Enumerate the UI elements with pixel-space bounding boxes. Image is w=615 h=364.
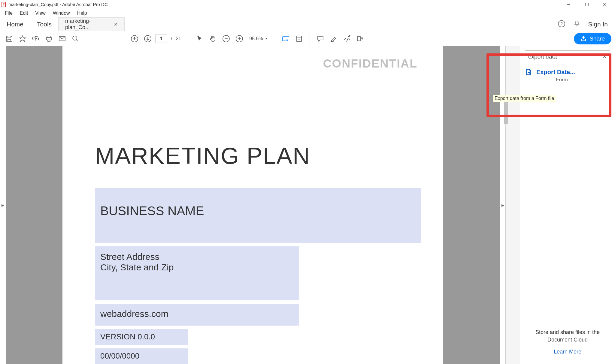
tab-home[interactable]: Home bbox=[0, 17, 30, 31]
page-number-input[interactable] bbox=[155, 35, 167, 43]
share-button[interactable]: Share bbox=[574, 33, 611, 44]
app-icon bbox=[1, 2, 7, 7]
menu-view[interactable]: View bbox=[32, 9, 49, 17]
more-tools-icon[interactable] bbox=[354, 33, 366, 44]
highlight-icon[interactable] bbox=[328, 33, 339, 44]
email-icon[interactable] bbox=[56, 33, 68, 44]
svg-point-8 bbox=[73, 36, 77, 40]
zoom-in-icon[interactable] bbox=[234, 33, 245, 44]
workspace: ▶ CONFIDENTIAL MARKETING PLAN BUSINESS N… bbox=[0, 46, 615, 364]
toolbar: / 21 95.6% ▼ ▾ Share bbox=[0, 31, 615, 46]
tab-document-label: marketing-plan_Co... bbox=[65, 18, 111, 31]
share-icon bbox=[580, 36, 586, 42]
sign-icon[interactable] bbox=[341, 33, 353, 44]
field-business-name[interactable]: BUSINESS NAME bbox=[95, 188, 421, 243]
search-result-label: Export Data... bbox=[536, 69, 575, 76]
clear-search-icon[interactable]: ✕ bbox=[602, 53, 607, 60]
field-date[interactable]: 00/00/0000 bbox=[95, 348, 188, 364]
menu-window[interactable]: Window bbox=[49, 9, 74, 17]
watermark-text: CONFIDENTIAL bbox=[323, 57, 417, 70]
window-controls bbox=[560, 0, 614, 9]
svg-rect-17 bbox=[297, 36, 301, 41]
print-icon[interactable] bbox=[43, 33, 55, 44]
selection-tool-icon[interactable] bbox=[194, 33, 205, 44]
zoom-value: 95.6% bbox=[249, 36, 263, 41]
star-icon[interactable] bbox=[17, 33, 28, 44]
tools-scrollbar-thumb[interactable] bbox=[504, 101, 508, 124]
tab-tools[interactable]: Tools bbox=[30, 17, 59, 31]
search-icon[interactable] bbox=[70, 33, 81, 44]
tooltip-export-data: Export data from a Form file bbox=[492, 95, 556, 102]
zoom-dropdown[interactable]: 95.6% ▼ bbox=[247, 34, 270, 43]
field-version[interactable]: VERSION 0.0.0 bbox=[95, 329, 188, 345]
left-panel-toggle[interactable]: ▶ bbox=[0, 46, 6, 364]
search-result-export-data[interactable]: Export Data... bbox=[520, 66, 615, 77]
fit-width-icon[interactable]: ▾ bbox=[280, 33, 292, 44]
close-window-button[interactable] bbox=[596, 0, 614, 9]
sign-in-link[interactable]: Sign In bbox=[588, 21, 608, 28]
chevron-down-icon: ▼ bbox=[265, 37, 268, 40]
chevron-right-icon: ▶ bbox=[501, 203, 504, 207]
field-address[interactable]: Street Address City, State and Zip bbox=[95, 246, 299, 300]
menu-edit[interactable]: Edit bbox=[16, 9, 32, 17]
learn-more-link[interactable]: Learn More bbox=[529, 349, 606, 355]
menu-file[interactable]: File bbox=[1, 9, 16, 17]
page-display-icon[interactable] bbox=[293, 33, 305, 44]
title-bar: marketing-plan_Copy.pdf - Adobe Acrobat … bbox=[0, 0, 615, 9]
minimize-button[interactable] bbox=[560, 0, 578, 9]
tab-document[interactable]: marketing-plan_Co... ✕ bbox=[59, 17, 125, 31]
window-title: marketing-plan_Copy.pdf - Adobe Acrobat … bbox=[8, 2, 108, 7]
cloud-upload-icon[interactable] bbox=[30, 33, 41, 44]
tools-search-box[interactable]: ✕ bbox=[525, 50, 610, 63]
menu-help[interactable]: Help bbox=[74, 9, 91, 17]
document-area[interactable]: CONFIDENTIAL MARKETING PLAN BUSINESS NAM… bbox=[6, 46, 500, 364]
zoom-out-icon[interactable] bbox=[220, 33, 232, 44]
next-page-icon[interactable] bbox=[142, 33, 153, 44]
hand-tool-icon[interactable] bbox=[207, 33, 219, 44]
tab-strip: Home Tools marketing-plan_Co... ✕ ? Sign… bbox=[0, 17, 615, 31]
search-tools-panel: ✕ Export Data... Prepare Form Store and … bbox=[520, 46, 615, 364]
tools-rail bbox=[506, 46, 520, 364]
chevron-right-icon: ▶ bbox=[2, 203, 4, 207]
maximize-button[interactable] bbox=[578, 0, 596, 9]
field-web-address[interactable]: webaddress.com bbox=[95, 304, 299, 326]
comment-icon[interactable] bbox=[315, 33, 326, 44]
close-tab-icon[interactable]: ✕ bbox=[114, 22, 118, 27]
right-panel-toggle[interactable]: ▶ bbox=[500, 46, 506, 364]
total-pages: 21 bbox=[176, 36, 181, 41]
prev-page-icon[interactable] bbox=[129, 33, 140, 44]
save-icon[interactable] bbox=[4, 33, 15, 44]
cloud-promo-text: Store and share files in the Document Cl… bbox=[529, 329, 606, 343]
svg-text:?: ? bbox=[560, 21, 562, 26]
svg-rect-19 bbox=[357, 37, 360, 41]
notifications-icon[interactable] bbox=[573, 20, 580, 29]
share-label: Share bbox=[589, 35, 605, 42]
svg-rect-2 bbox=[585, 3, 588, 6]
menu-bar: File Edit View Window Help bbox=[0, 9, 615, 17]
page-separator: / bbox=[171, 36, 172, 41]
tools-search-input[interactable] bbox=[528, 53, 602, 60]
help-icon[interactable]: ? bbox=[558, 20, 565, 29]
svg-line-9 bbox=[76, 40, 78, 41]
document-title: MARKETING PLAN bbox=[95, 142, 411, 170]
search-result-category: Prepare Form bbox=[520, 77, 615, 86]
svg-rect-0 bbox=[2, 2, 5, 7]
pdf-page: CONFIDENTIAL MARKETING PLAN BUSINESS NAM… bbox=[62, 46, 443, 364]
export-data-icon bbox=[525, 68, 532, 76]
cloud-promo: Store and share files in the Document Cl… bbox=[520, 323, 615, 364]
